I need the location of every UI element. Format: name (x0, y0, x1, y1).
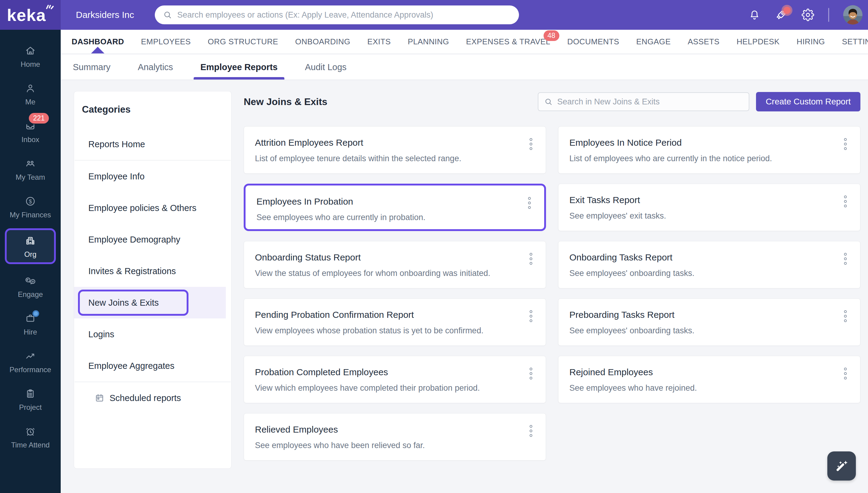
sidebar-item-my-finances[interactable]: My Finances (4, 191, 57, 223)
reports-search[interactable] (538, 92, 749, 111)
more-options-icon[interactable] (528, 366, 534, 381)
category-employee-policies[interactable]: Employee policies & Others (74, 192, 231, 224)
subtab-employee-reports[interactable]: Employee Reports (200, 55, 278, 80)
expenses-count-badge: 48 (543, 30, 559, 41)
subtab-summary[interactable]: Summary (73, 55, 110, 80)
nav-tab-onboarding[interactable]: ONBOARDING (295, 30, 351, 53)
magic-wand-icon (833, 457, 850, 474)
nav-tab-label: EXPENSES & TRAVEL (466, 37, 551, 46)
search-icon (544, 97, 553, 106)
nav-tab-settings[interactable]: SETTINGS (842, 30, 868, 53)
scheduled-reports-label: Scheduled reports (110, 393, 181, 403)
report-title: Preboarding Tasks Report (569, 309, 849, 320)
subtab-analytics[interactable]: Analytics (138, 55, 173, 80)
nav-tab-expenses-travel[interactable]: EXPENSES & TRAVEL 48 (466, 30, 551, 53)
sidebar-item-performance[interactable]: Performance (4, 345, 57, 378)
sidebar-item-my-team[interactable]: My Team (4, 153, 57, 186)
more-options-icon[interactable] (528, 309, 534, 323)
alarm-icon (25, 426, 36, 437)
category-label: New Joins & Exits (88, 298, 159, 308)
nav-tab-assets[interactable]: ASSETS (688, 30, 719, 53)
report-card-probation-completed[interactable]: Probation Completed Employees View which… (244, 356, 546, 403)
settings-button[interactable] (802, 8, 814, 21)
reports-search-input[interactable] (557, 97, 743, 107)
nav-tab-planning[interactable]: PLANNING (407, 30, 449, 53)
global-search[interactable] (155, 5, 519, 24)
sidebar-item-project[interactable]: Project (4, 383, 57, 416)
category-employee-info[interactable]: Employee Info (74, 160, 231, 192)
bell-icon (748, 8, 761, 21)
subtab-audit-logs[interactable]: Audit Logs (305, 55, 347, 80)
nav-tab-org-structure[interactable]: ORG STRUCTURE (208, 30, 278, 53)
nav-tab-helpdesk[interactable]: HELPDESK (737, 30, 780, 53)
report-card-onboarding-tasks[interactable]: Onboarding Tasks Report See employees' o… (558, 241, 861, 288)
reports-section: New Joins & Exits Create Custom Report A… (244, 91, 861, 460)
category-new-joins-exits[interactable]: New Joins & Exits (74, 287, 226, 318)
global-search-input[interactable] (177, 10, 511, 20)
content-area: Categories Reports Home Employee Info Em… (61, 81, 868, 493)
sidebar-item-me[interactable]: Me (4, 78, 57, 110)
report-card-employees-in-notice-period[interactable]: Employees In Notice Period List of emplo… (558, 126, 861, 174)
more-options-icon[interactable] (843, 194, 848, 209)
scheduled-reports-link[interactable]: Scheduled reports (74, 382, 231, 414)
categories-panel: Categories Reports Home Employee Info Em… (74, 91, 231, 469)
app-sidebar: keka Home Me 221 Inbox My Team My Financ… (0, 0, 61, 493)
sidebar-item-org[interactable]: Org (5, 228, 56, 264)
nav-tab-documents[interactable]: DOCUMENTS (567, 30, 619, 53)
nav-tab-dashboard[interactable]: DASHBOARD (72, 30, 124, 53)
more-options-icon[interactable] (843, 309, 848, 323)
report-description: View which employees have completed thei… (255, 383, 535, 393)
category-employee-aggregates[interactable]: Employee Aggregates (74, 350, 231, 382)
report-card-preboarding-tasks[interactable]: Preboarding Tasks Report See employees' … (558, 298, 861, 346)
sidebar-item-home[interactable]: Home (4, 40, 57, 73)
category-logins[interactable]: Logins (74, 318, 231, 350)
notifications-button[interactable] (748, 8, 761, 21)
topbar-divider (828, 8, 829, 22)
report-card-attrition-employees[interactable]: Attrition Employees Report List of emplo… (244, 126, 546, 174)
more-options-icon[interactable] (843, 137, 848, 151)
dashboard-subnav: Summary Analytics Employee Reports Audit… (61, 55, 868, 80)
search-icon (163, 10, 172, 20)
more-options-icon[interactable] (527, 196, 532, 210)
sidebar-item-engage[interactable]: Engage (4, 270, 57, 303)
report-card-relieved-employees[interactable]: Relieved Employees See employees who hav… (244, 413, 546, 460)
category-invites-registrations[interactable]: Invites & Registrations (74, 255, 231, 287)
report-card-exit-tasks[interactable]: Exit Tasks Report See employees' exit ta… (558, 184, 861, 231)
report-card-rejoined-employees[interactable]: Rejoined Employees See employees who hav… (558, 356, 861, 403)
reports-column-right: Employees In Notice Period List of emplo… (558, 126, 861, 460)
dollar-icon (25, 195, 36, 207)
nav-tab-exits[interactable]: EXITS (367, 30, 391, 53)
keka-logo-text: keka (7, 5, 46, 25)
nav-tab-employees[interactable]: EMPLOYEES (141, 30, 191, 53)
user-icon (25, 83, 36, 94)
more-options-icon[interactable] (528, 137, 534, 151)
nav-tab-hiring[interactable]: HIRING (797, 30, 825, 53)
more-options-icon[interactable] (528, 424, 534, 438)
category-employee-demography[interactable]: Employee Demography (74, 224, 231, 255)
sidebar-item-inbox[interactable]: 221 Inbox (4, 115, 57, 148)
hire-status-dot (32, 310, 39, 317)
more-options-icon[interactable] (843, 366, 848, 381)
sidebar-item-hire[interactable]: Hire (4, 308, 57, 341)
create-custom-report-button[interactable]: Create Custom Report (756, 92, 861, 111)
report-card-employees-in-probation[interactable]: Employees In Probation See employees who… (244, 184, 546, 231)
more-options-icon[interactable] (843, 252, 848, 266)
user-avatar[interactable] (843, 5, 863, 25)
gear-icon (802, 8, 814, 21)
sidebar-item-time-attend[interactable]: Time Attend (4, 421, 57, 453)
top-bar: Darksiders Inc (61, 0, 868, 30)
report-description: See employees' onboarding tasks. (569, 269, 849, 278)
whats-new-button[interactable] (775, 8, 787, 21)
categories-title: Categories (74, 104, 231, 115)
company-name: Darksiders Inc (76, 10, 134, 20)
reports-header: New Joins & Exits Create Custom Report (244, 91, 861, 112)
keka-logo[interactable]: keka (0, 0, 61, 30)
nav-tab-engage[interactable]: ENGAGE (636, 30, 671, 53)
report-title: Pending Probation Confirmation Report (255, 309, 535, 320)
report-title: Employees In Probation (257, 196, 533, 207)
report-card-pending-probation-confirmation[interactable]: Pending Probation Confirmation Report Vi… (244, 298, 546, 346)
report-card-onboarding-status[interactable]: Onboarding Status Report View the status… (244, 241, 546, 288)
more-options-icon[interactable] (528, 252, 534, 266)
magic-assistant-button[interactable] (827, 451, 856, 480)
category-reports-home[interactable]: Reports Home (74, 128, 231, 160)
